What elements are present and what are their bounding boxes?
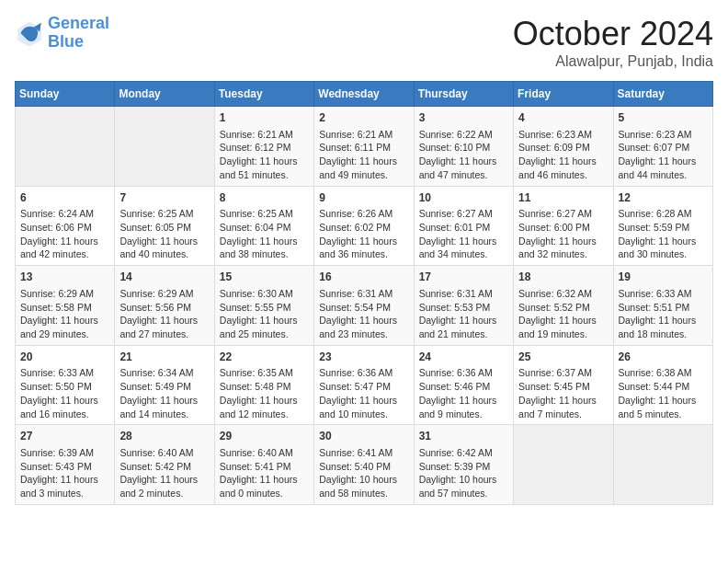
calendar-header-row: SundayMondayTuesdayWednesdayThursdayFrid… bbox=[16, 82, 713, 107]
day-header-wednesday: Wednesday bbox=[314, 82, 414, 107]
calendar-cell: 28Sunrise: 6:40 AM Sunset: 5:42 PM Dayli… bbox=[115, 425, 214, 505]
cell-info: Sunrise: 6:22 AM Sunset: 6:10 PM Dayligh… bbox=[419, 128, 508, 182]
logo-text: General Blue bbox=[48, 15, 109, 52]
day-header-monday: Monday bbox=[115, 82, 214, 107]
cell-info: Sunrise: 6:33 AM Sunset: 5:51 PM Dayligh… bbox=[619, 287, 708, 341]
day-number: 5 bbox=[619, 110, 708, 126]
cell-info: Sunrise: 6:23 AM Sunset: 6:07 PM Dayligh… bbox=[619, 128, 708, 182]
logo-icon bbox=[15, 18, 44, 48]
cell-info: Sunrise: 6:40 AM Sunset: 5:42 PM Dayligh… bbox=[119, 446, 209, 500]
day-number: 26 bbox=[619, 350, 708, 365]
cell-info: Sunrise: 6:26 AM Sunset: 6:02 PM Dayligh… bbox=[319, 207, 408, 261]
calendar-cell: 19Sunrise: 6:33 AM Sunset: 5:51 PM Dayli… bbox=[613, 266, 712, 346]
cell-info: Sunrise: 6:31 AM Sunset: 5:54 PM Dayligh… bbox=[319, 287, 408, 341]
cell-info: Sunrise: 6:21 AM Sunset: 6:11 PM Dayligh… bbox=[319, 128, 408, 182]
calendar-cell: 7Sunrise: 6:25 AM Sunset: 6:05 PM Daylig… bbox=[115, 186, 214, 266]
day-number: 19 bbox=[619, 270, 708, 285]
cell-info: Sunrise: 6:37 AM Sunset: 5:45 PM Dayligh… bbox=[518, 366, 608, 420]
location: Alawalpur, Punjab, India bbox=[513, 53, 713, 70]
cell-info: Sunrise: 6:25 AM Sunset: 6:05 PM Dayligh… bbox=[119, 207, 209, 261]
day-number: 16 bbox=[319, 270, 408, 285]
calendar-cell: 31Sunrise: 6:42 AM Sunset: 5:39 PM Dayli… bbox=[414, 425, 513, 505]
day-number: 17 bbox=[419, 270, 508, 285]
week-row-4: 20Sunrise: 6:33 AM Sunset: 5:50 PM Dayli… bbox=[16, 345, 713, 425]
cell-info: Sunrise: 6:29 AM Sunset: 5:56 PM Dayligh… bbox=[119, 287, 209, 341]
cell-info: Sunrise: 6:36 AM Sunset: 5:47 PM Dayligh… bbox=[319, 366, 408, 420]
calendar-cell: 8Sunrise: 6:25 AM Sunset: 6:04 PM Daylig… bbox=[214, 186, 313, 266]
calendar-cell bbox=[514, 425, 613, 505]
cell-info: Sunrise: 6:34 AM Sunset: 5:49 PM Dayligh… bbox=[119, 366, 209, 420]
cell-info: Sunrise: 6:27 AM Sunset: 6:01 PM Dayligh… bbox=[419, 207, 508, 261]
calendar-cell: 27Sunrise: 6:39 AM Sunset: 5:43 PM Dayli… bbox=[16, 425, 115, 505]
calendar-cell bbox=[613, 425, 712, 505]
day-number: 23 bbox=[319, 350, 408, 365]
day-number: 12 bbox=[619, 190, 708, 206]
cell-info: Sunrise: 6:25 AM Sunset: 6:04 PM Dayligh… bbox=[220, 207, 309, 261]
cell-info: Sunrise: 6:32 AM Sunset: 5:52 PM Dayligh… bbox=[518, 287, 608, 341]
day-number: 30 bbox=[319, 429, 408, 444]
day-number: 11 bbox=[518, 190, 608, 206]
calendar-cell: 2Sunrise: 6:21 AM Sunset: 6:11 PM Daylig… bbox=[314, 107, 414, 187]
logo-blue: Blue bbox=[48, 32, 84, 51]
calendar-cell: 1Sunrise: 6:21 AM Sunset: 6:12 PM Daylig… bbox=[214, 107, 313, 187]
calendar: SundayMondayTuesdayWednesdayThursdayFrid… bbox=[15, 81, 713, 505]
calendar-cell: 14Sunrise: 6:29 AM Sunset: 5:56 PM Dayli… bbox=[115, 266, 214, 346]
day-number: 3 bbox=[419, 110, 508, 126]
day-number: 22 bbox=[220, 350, 309, 365]
cell-info: Sunrise: 6:42 AM Sunset: 5:39 PM Dayligh… bbox=[419, 446, 508, 500]
day-number: 2 bbox=[319, 110, 408, 126]
day-header-friday: Friday bbox=[514, 82, 613, 107]
cell-info: Sunrise: 6:39 AM Sunset: 5:43 PM Dayligh… bbox=[20, 446, 109, 500]
day-number: 10 bbox=[419, 190, 508, 206]
calendar-cell: 9Sunrise: 6:26 AM Sunset: 6:02 PM Daylig… bbox=[314, 186, 414, 266]
calendar-cell: 30Sunrise: 6:41 AM Sunset: 5:40 PM Dayli… bbox=[314, 425, 414, 505]
day-number: 14 bbox=[119, 270, 209, 285]
calendar-cell: 5Sunrise: 6:23 AM Sunset: 6:07 PM Daylig… bbox=[613, 107, 712, 187]
cell-info: Sunrise: 6:31 AM Sunset: 5:53 PM Dayligh… bbox=[419, 287, 508, 341]
cell-info: Sunrise: 6:35 AM Sunset: 5:48 PM Dayligh… bbox=[220, 366, 309, 420]
calendar-cell: 18Sunrise: 6:32 AM Sunset: 5:52 PM Dayli… bbox=[514, 266, 613, 346]
calendar-cell: 24Sunrise: 6:36 AM Sunset: 5:46 PM Dayli… bbox=[414, 345, 513, 425]
calendar-cell: 3Sunrise: 6:22 AM Sunset: 6:10 PM Daylig… bbox=[414, 107, 513, 187]
cell-info: Sunrise: 6:24 AM Sunset: 6:06 PM Dayligh… bbox=[20, 207, 109, 261]
cell-info: Sunrise: 6:30 AM Sunset: 5:55 PM Dayligh… bbox=[220, 287, 309, 341]
day-number: 7 bbox=[119, 190, 209, 206]
cell-info: Sunrise: 6:41 AM Sunset: 5:40 PM Dayligh… bbox=[319, 446, 408, 500]
day-number: 13 bbox=[20, 270, 109, 285]
calendar-cell: 15Sunrise: 6:30 AM Sunset: 5:55 PM Dayli… bbox=[214, 266, 313, 346]
calendar-cell: 22Sunrise: 6:35 AM Sunset: 5:48 PM Dayli… bbox=[214, 345, 313, 425]
day-number: 27 bbox=[20, 429, 109, 444]
calendar-cell bbox=[115, 107, 214, 187]
calendar-cell: 16Sunrise: 6:31 AM Sunset: 5:54 PM Dayli… bbox=[314, 266, 414, 346]
calendar-cell: 17Sunrise: 6:31 AM Sunset: 5:53 PM Dayli… bbox=[414, 266, 513, 346]
day-number: 8 bbox=[220, 190, 309, 206]
day-header-thursday: Thursday bbox=[414, 82, 513, 107]
calendar-cell: 10Sunrise: 6:27 AM Sunset: 6:01 PM Dayli… bbox=[414, 186, 513, 266]
day-header-saturday: Saturday bbox=[613, 82, 712, 107]
week-row-2: 6Sunrise: 6:24 AM Sunset: 6:06 PM Daylig… bbox=[16, 186, 713, 266]
calendar-cell bbox=[16, 107, 115, 187]
day-number: 15 bbox=[220, 270, 309, 285]
cell-info: Sunrise: 6:38 AM Sunset: 5:44 PM Dayligh… bbox=[619, 366, 708, 420]
title-block: October 2024 Alawalpur, Punjab, India bbox=[513, 15, 713, 70]
day-header-tuesday: Tuesday bbox=[214, 82, 313, 107]
day-number: 31 bbox=[419, 429, 508, 444]
day-number: 25 bbox=[518, 350, 608, 365]
cell-info: Sunrise: 6:28 AM Sunset: 5:59 PM Dayligh… bbox=[619, 207, 708, 261]
calendar-cell: 25Sunrise: 6:37 AM Sunset: 5:45 PM Dayli… bbox=[514, 345, 613, 425]
day-number: 28 bbox=[119, 429, 209, 444]
cell-info: Sunrise: 6:27 AM Sunset: 6:00 PM Dayligh… bbox=[518, 207, 608, 261]
calendar-cell: 29Sunrise: 6:40 AM Sunset: 5:41 PM Dayli… bbox=[214, 425, 313, 505]
calendar-cell: 6Sunrise: 6:24 AM Sunset: 6:06 PM Daylig… bbox=[16, 186, 115, 266]
calendar-cell: 13Sunrise: 6:29 AM Sunset: 5:58 PM Dayli… bbox=[16, 266, 115, 346]
cell-info: Sunrise: 6:40 AM Sunset: 5:41 PM Dayligh… bbox=[220, 446, 309, 500]
cell-info: Sunrise: 6:29 AM Sunset: 5:58 PM Dayligh… bbox=[20, 287, 109, 341]
calendar-cell: 4Sunrise: 6:23 AM Sunset: 6:09 PM Daylig… bbox=[514, 107, 613, 187]
calendar-cell: 12Sunrise: 6:28 AM Sunset: 5:59 PM Dayli… bbox=[613, 186, 712, 266]
day-number: 6 bbox=[20, 190, 109, 206]
cell-info: Sunrise: 6:36 AM Sunset: 5:46 PM Dayligh… bbox=[419, 366, 508, 420]
calendar-cell: 20Sunrise: 6:33 AM Sunset: 5:50 PM Dayli… bbox=[16, 345, 115, 425]
calendar-cell: 23Sunrise: 6:36 AM Sunset: 5:47 PM Dayli… bbox=[314, 345, 414, 425]
day-number: 20 bbox=[20, 350, 109, 365]
day-number: 1 bbox=[220, 110, 309, 126]
